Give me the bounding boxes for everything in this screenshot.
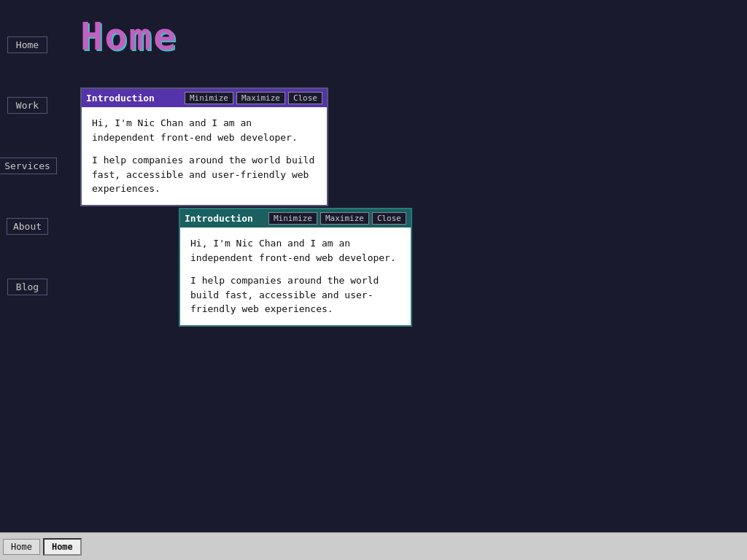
- intro-window-1: Introduction Minimize Maximize Close Hi,…: [80, 88, 328, 206]
- window-1-titlebar: Introduction Minimize Maximize Close: [82, 89, 327, 107]
- window-2-minimize-button[interactable]: Minimize: [268, 212, 317, 225]
- window-1-body: Hi, I'm Nic Chan and I am an independent…: [82, 107, 327, 205]
- window-2-text-2: I help companies around the world build …: [190, 273, 400, 316]
- sidebar-item-blog[interactable]: Blog: [7, 279, 47, 295]
- taskbar-item-home-2[interactable]: Home: [43, 538, 82, 556]
- window-2-body: Hi, I'm Nic Chan and I am an independent…: [180, 228, 411, 325]
- window-1-text-1: Hi, I'm Nic Chan and I am an independent…: [92, 116, 317, 144]
- taskbar-item-home-1[interactable]: Home: [3, 539, 40, 555]
- window-2-title: Introduction: [185, 213, 266, 224]
- sidebar-item-home[interactable]: Home: [7, 36, 47, 53]
- sidebar-item-about[interactable]: About: [7, 218, 48, 235]
- intro-window-2: Introduction Minimize Maximize Close Hi,…: [179, 208, 412, 327]
- page-title: Home: [80, 15, 177, 58]
- window-2-close-button[interactable]: Close: [372, 212, 406, 225]
- window-1-text-2: I help companies around the world build …: [92, 153, 317, 196]
- taskbar: Home Home: [0, 532, 747, 560]
- window-1-close-button[interactable]: Close: [288, 92, 322, 104]
- window-2-text-1: Hi, I'm Nic Chan and I am an independent…: [190, 236, 400, 265]
- window-1-minimize-button[interactable]: Minimize: [185, 92, 233, 104]
- sidebar: Home Work Services About Blog: [0, 0, 55, 532]
- window-2-titlebar: Introduction Minimize Maximize Close: [180, 209, 411, 228]
- sidebar-item-services[interactable]: Services: [0, 158, 57, 174]
- window-2-maximize-button[interactable]: Maximize: [320, 212, 369, 225]
- sidebar-item-work[interactable]: Work: [7, 97, 47, 114]
- window-1-title: Introduction: [86, 93, 182, 104]
- window-1-maximize-button[interactable]: Maximize: [236, 92, 285, 104]
